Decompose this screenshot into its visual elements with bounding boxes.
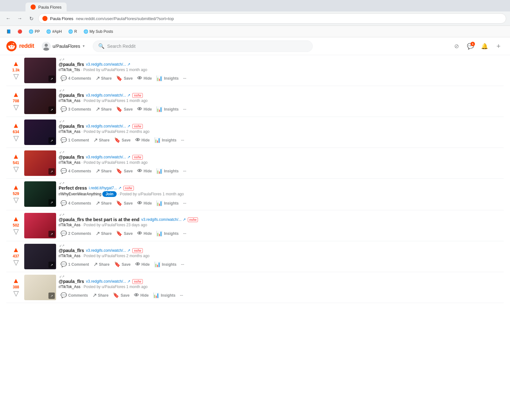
refresh-button[interactable]: ↻ (27, 14, 36, 23)
hide-button[interactable]: 👁 Hide (135, 74, 154, 83)
share-button[interactable]: ↗ Share (94, 105, 113, 113)
subreddit-link[interactable]: r/WhyEvenWearAnything (59, 192, 101, 196)
more-button[interactable]: ··· (181, 75, 188, 82)
share-button[interactable]: ↗ Share (94, 199, 113, 207)
save-button[interactable]: 🔖 Save (114, 229, 135, 238)
subreddit-link[interactable]: r/TikTok_Ass (59, 285, 80, 289)
subreddit-link[interactable]: r/TikTok_Ass (59, 129, 80, 134)
insights-button[interactable]: 📊 Insights (154, 74, 180, 83)
upvote-button[interactable]: ▲ (12, 91, 19, 98)
share-button[interactable]: ↗ Share (91, 136, 111, 144)
bookmark-item-reddit[interactable]: 🔴 (15, 28, 25, 35)
more-button[interactable]: ··· (181, 200, 188, 207)
comments-button[interactable]: 💬 4 Comments (59, 74, 93, 83)
hide-button[interactable]: 👁 Hide (135, 199, 154, 207)
hide-button[interactable]: 👁 Hide (133, 260, 152, 269)
insights-button[interactable]: 📊 Insights (154, 199, 180, 207)
add-post-button[interactable]: + (493, 41, 504, 51)
subreddit-link[interactable]: r/TikTok_Ass (59, 98, 80, 103)
upvote-button[interactable]: ▲ (12, 277, 19, 284)
post-thumbnail[interactable]: ↗ (24, 89, 56, 114)
insights-button[interactable]: 📊 Insights (152, 260, 178, 269)
more-button[interactable]: ··· (181, 106, 188, 113)
upvote-button[interactable]: ▲ (12, 122, 19, 129)
subreddit-link[interactable]: r/TikTok_Ass (59, 160, 80, 165)
join-button[interactable]: Join (102, 191, 117, 197)
comments-button[interactable]: 💬 1 Comment (59, 136, 91, 144)
insights-button[interactable]: 📊 Insights (151, 291, 177, 300)
hide-button[interactable]: 👁 Hide (135, 229, 154, 238)
share-button[interactable]: ↗ Share (94, 74, 113, 83)
save-button[interactable]: 🔖 Save (114, 167, 135, 175)
comments-button[interactable]: 💬 Comments (59, 291, 90, 300)
post-link[interactable]: i.redd.it/hygat7... ↗ (89, 186, 121, 190)
upvote-button[interactable]: ▲ (12, 215, 19, 222)
post-link[interactable]: v3.redgifs.com/watch/... ↗ (141, 217, 186, 222)
more-button[interactable]: ··· (181, 168, 188, 175)
downvote-button[interactable]: ▽ (13, 290, 19, 297)
upvote-button[interactable]: ▲ (12, 246, 19, 253)
bookmark-item[interactable]: 📘 (4, 28, 14, 35)
reddit-logo[interactable]: reddit (6, 41, 34, 51)
subreddit-link[interactable]: r/TikTok_Ass (59, 223, 80, 227)
insights-button[interactable]: 📊 Insights (154, 105, 180, 113)
downvote-button[interactable]: ▽ (13, 104, 19, 111)
save-button[interactable]: 🔖 Save (112, 260, 133, 269)
bookmark-aph[interactable]: 🌐 #ApH (44, 28, 64, 35)
search-bar[interactable]: 🔍 Search Reddit (93, 40, 313, 52)
save-button[interactable]: 🔖 Save (114, 105, 135, 113)
upvote-button[interactable]: ▲ (12, 60, 19, 67)
user-dropdown[interactable]: u/PaulaFlores ▼ (39, 40, 88, 52)
back-button[interactable]: ← (4, 14, 13, 23)
save-button[interactable]: 🔖 Save (112, 136, 133, 144)
more-button[interactable]: ··· (179, 137, 186, 144)
downvote-button[interactable]: ▽ (13, 228, 19, 235)
hide-button[interactable]: 👁 Hide (135, 105, 154, 113)
subreddit-link[interactable]: r/TikTok_Tits (59, 68, 80, 72)
hide-button[interactable]: 👁 Hide (132, 291, 150, 300)
share-button[interactable]: ↗ Share (91, 291, 110, 300)
share-button[interactable]: ↗ Share (94, 167, 113, 175)
downvote-button[interactable]: ▽ (13, 73, 19, 80)
comments-button[interactable]: 💬 4 Comments (59, 167, 93, 175)
insights-button[interactable]: 📊 Insights (152, 136, 178, 144)
downvote-button[interactable]: ▽ (13, 166, 19, 173)
save-button[interactable]: 🔖 Save (111, 291, 131, 300)
post-thumbnail[interactable]: ↗ (24, 119, 56, 145)
post-link[interactable]: v3.redgifs.com/watch/... ↗ (86, 155, 130, 159)
post-link[interactable]: v3.redgifs.com/watch/... ↗ (86, 279, 130, 284)
post-link[interactable]: v3.redgifs.com/watch/... ↗ (86, 93, 130, 98)
chat-icon-button[interactable]: 💬 1 (465, 41, 476, 51)
premium-icon-button[interactable]: ⊘ (451, 41, 462, 51)
post-link[interactable]: v3.redgifs.com/watch/... ↗ (86, 124, 130, 128)
more-button[interactable]: ··· (178, 292, 185, 299)
share-button[interactable]: ↗ Share (94, 229, 113, 238)
save-button[interactable]: 🔖 Save (114, 199, 135, 207)
comments-button[interactable]: 💬 4 Comments (59, 199, 93, 207)
browser-tab[interactable]: Paula Flores (26, 3, 67, 11)
comments-button[interactable]: 💬 1 Comment (59, 260, 91, 269)
downvote-button[interactable]: ▽ (13, 135, 19, 142)
post-thumbnail[interactable]: ↗ (24, 150, 56, 176)
post-link[interactable]: v3.redgifs.com/watch/... ↗ (86, 248, 130, 253)
post-thumbnail[interactable]: ↗ (24, 213, 56, 238)
notifications-icon-button[interactable]: 🔔 (479, 41, 490, 51)
hide-button[interactable]: 👁 Hide (133, 136, 152, 144)
downvote-button[interactable]: ▽ (13, 259, 19, 266)
share-button[interactable]: ↗ Share (91, 260, 111, 269)
post-thumbnail[interactable]: ↗ (24, 58, 56, 83)
post-link[interactable]: v3.redgifs.com/watch/... ↗ (86, 62, 130, 67)
upvote-button[interactable]: ▲ (12, 184, 19, 191)
comments-button[interactable]: 💬 2 Comments (59, 229, 93, 238)
insights-button[interactable]: 📊 Insights (154, 167, 180, 175)
hide-button[interactable]: 👁 Hide (135, 167, 154, 175)
bookmark-r[interactable]: 🌐 R (66, 28, 80, 35)
insights-button[interactable]: 📊 Insights (154, 229, 180, 238)
address-bar[interactable]: Paula Flores new.reddit.com/user/PaulaFl… (38, 13, 506, 24)
downvote-button[interactable]: ▽ (13, 197, 19, 204)
forward-button[interactable]: → (15, 14, 24, 23)
upvote-button[interactable]: ▲ (12, 153, 19, 160)
bookmark-pp[interactable]: 🌐 PP (26, 28, 42, 35)
more-button[interactable]: ··· (179, 261, 186, 268)
comments-button[interactable]: 💬 3 Comments (59, 105, 93, 113)
